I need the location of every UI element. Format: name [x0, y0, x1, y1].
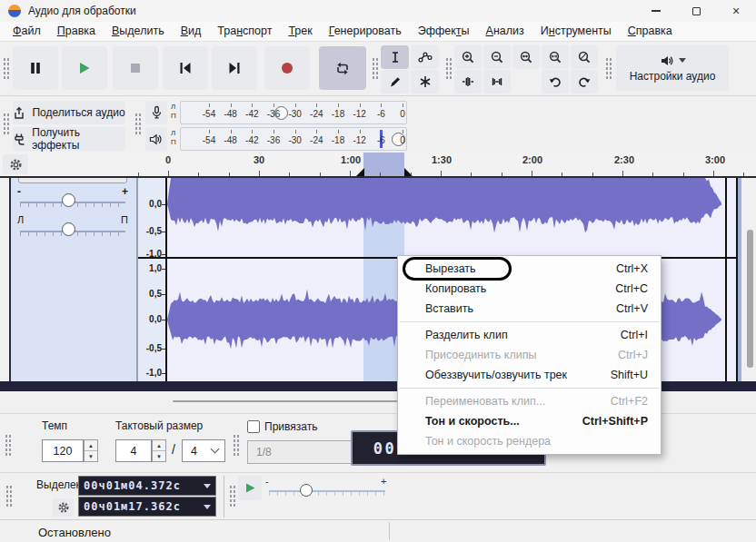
- beats-down-icon[interactable]: ▼: [153, 451, 165, 461]
- audio-setup-button[interactable]: Настройки аудио: [616, 45, 729, 91]
- snap-toolbar-grip[interactable]: [233, 434, 240, 456]
- tempo-stepper[interactable]: ▲▼: [84, 439, 98, 462]
- skip-start-button[interactable]: [163, 46, 208, 90]
- meter-scale-label: -24: [310, 135, 323, 145]
- selection-options-button[interactable]: [53, 498, 74, 517]
- meter-toolbar-grip[interactable]: [134, 113, 142, 134]
- pan-slider-thumb[interactable]: [62, 222, 75, 236]
- draw-tool-button[interactable]: [381, 70, 409, 94]
- time-sig-divider: /: [172, 442, 175, 457]
- selection-end-field[interactable]: 00ч01м17.362с: [78, 497, 216, 517]
- menu-help[interactable]: Справка: [620, 22, 681, 42]
- context-menu-item-pitch-speed[interactable]: Тон и скорость...Ctrl+Shift+P: [398, 411, 661, 431]
- close-button[interactable]: ×: [716, 0, 756, 22]
- dropdown-arrow-icon[interactable]: [204, 484, 211, 488]
- record-meter-mic-button[interactable]: [145, 101, 167, 124]
- timeline-tick: [411, 172, 412, 176]
- edit-toolbar-grip[interactable]: [445, 57, 453, 79]
- undo-button[interactable]: [542, 70, 569, 94]
- timeline-options-button[interactable]: [3, 154, 28, 174]
- denominator-select[interactable]: 4: [182, 439, 225, 462]
- skip-end-button[interactable]: [212, 46, 257, 90]
- track-effects-button[interactable]: Эффекты: [18, 178, 127, 183]
- zoom-fit-button[interactable]: [542, 45, 569, 69]
- selection-tool-button[interactable]: [381, 45, 409, 69]
- multi-tool-button[interactable]: [411, 70, 439, 94]
- tools-toolbar-grip[interactable]: [372, 57, 379, 79]
- silence-audio-button[interactable]: [483, 70, 511, 94]
- play-speed-grip[interactable]: [229, 485, 236, 507]
- meter-scale-label: -36: [267, 135, 280, 145]
- zoom-out-button[interactable]: [483, 45, 511, 69]
- menu-effects[interactable]: Эффекты: [410, 22, 478, 42]
- zoom-in-button[interactable]: [454, 45, 482, 69]
- vertical-scrollbar-track[interactable]: [741, 178, 756, 381]
- pause-button[interactable]: [13, 46, 58, 90]
- context-menu-item-cut[interactable]: ВырезатьCtrl+X: [398, 259, 661, 279]
- loop-button[interactable]: [319, 46, 366, 90]
- audio-setup-grip[interactable]: [605, 57, 612, 79]
- meter-scale-label: -30: [288, 135, 301, 145]
- menu-view[interactable]: Вид: [173, 22, 210, 42]
- record-button[interactable]: [264, 46, 310, 90]
- share-toolbar-grip[interactable]: [3, 113, 10, 134]
- clip-right-edge[interactable]: [725, 178, 727, 381]
- menu-item-shortcut: Shift+U: [611, 369, 648, 381]
- selection-start-field[interactable]: 00ч01м04.372с: [78, 476, 216, 496]
- speed-slider-thumb[interactable]: [300, 484, 313, 497]
- playback-meter[interactable]: -54-48-42-36-30-24-18-12-60: [180, 127, 407, 151]
- share-audio-button[interactable]: Поделиться аудио: [13, 101, 125, 124]
- menu-file[interactable]: Файл: [5, 22, 49, 42]
- play-meter-speaker-button[interactable]: [145, 127, 167, 151]
- beats-input[interactable]: 4: [115, 439, 152, 462]
- transport-toolbar-grip[interactable]: [3, 57, 10, 79]
- snap-checkbox[interactable]: [247, 420, 260, 433]
- menu-generate[interactable]: Генерировать: [321, 22, 410, 42]
- dropdown-arrow-icon[interactable]: [204, 505, 211, 509]
- get-effects-button[interactable]: Получить эффекты: [13, 127, 125, 151]
- redo-button[interactable]: [571, 70, 598, 94]
- zoom-toggle-button[interactable]: [571, 45, 598, 69]
- stop-button[interactable]: [113, 46, 158, 90]
- timeline-ruler[interactable]: 0301:001:302:002:303:00: [0, 153, 756, 178]
- trim-audio-button[interactable]: [454, 70, 482, 94]
- track-effects-button-clipped[interactable]: Эффекты: [18, 178, 127, 184]
- menu-select[interactable]: Выделить: [104, 22, 173, 42]
- ruler-value-label: 0,5: [138, 289, 162, 299]
- meter-tick: [231, 103, 232, 107]
- envelope-tool-button[interactable]: [411, 45, 439, 69]
- menu-track[interactable]: Трек: [280, 22, 320, 42]
- context-menu-item-paste[interactable]: ВставитьCtrl+V: [398, 299, 661, 319]
- tempo-down-icon[interactable]: ▼: [85, 451, 97, 461]
- envelope-tool-icon: [418, 50, 433, 64]
- beats-up-icon[interactable]: ▲: [153, 440, 165, 451]
- selection-start-marker[interactable]: [356, 168, 364, 176]
- maximize-button[interactable]: [676, 0, 716, 22]
- timeline-selection[interactable]: [363, 153, 404, 176]
- minimize-button[interactable]: [636, 0, 676, 22]
- vertical-scale-ruler[interactable]: 0,0-0,5-1,01,00,50,0-0,5-1,0: [138, 178, 165, 381]
- menu-analyze[interactable]: Анализ: [478, 22, 532, 42]
- record-meter[interactable]: -54-48-42-36-30-24-18-12-60: [180, 101, 407, 124]
- ruler-value-label: -1,0: [138, 368, 162, 378]
- play-at-speed-button[interactable]: [238, 476, 262, 500]
- context-menu-item-split-clip[interactable]: Разделить клипCtrl+I: [398, 325, 661, 345]
- context-menu-item-copy[interactable]: КопироватьCtrl+C: [398, 279, 661, 299]
- gain-slider-thumb[interactable]: [62, 193, 75, 207]
- beats-stepper[interactable]: ▲▼: [152, 439, 166, 462]
- play-button[interactable]: [62, 46, 107, 90]
- time-toolbar-grip[interactable]: [5, 434, 12, 456]
- track-control-panel[interactable]: Эффекты - + Л П: [11, 178, 136, 381]
- menu-tools[interactable]: Инструменты: [532, 22, 620, 42]
- zoom-selection-button[interactable]: [512, 45, 540, 69]
- menu-edit[interactable]: Правка: [49, 22, 104, 42]
- record-icon: [280, 61, 294, 75]
- speed-plus-label: +: [381, 476, 386, 487]
- context-menu-item-mute-track[interactable]: Обеззвучить/озвучить трекShift+U: [398, 365, 661, 385]
- tempo-input[interactable]: 120: [42, 439, 84, 462]
- vertical-scrollbar-thumb[interactable]: [747, 230, 753, 368]
- tempo-up-icon[interactable]: ▲: [85, 440, 97, 451]
- menu-transport[interactable]: Транспорт: [209, 22, 280, 42]
- zoom-toggle-icon: [577, 50, 592, 64]
- selection-toolbar-grip[interactable]: [5, 485, 13, 507]
